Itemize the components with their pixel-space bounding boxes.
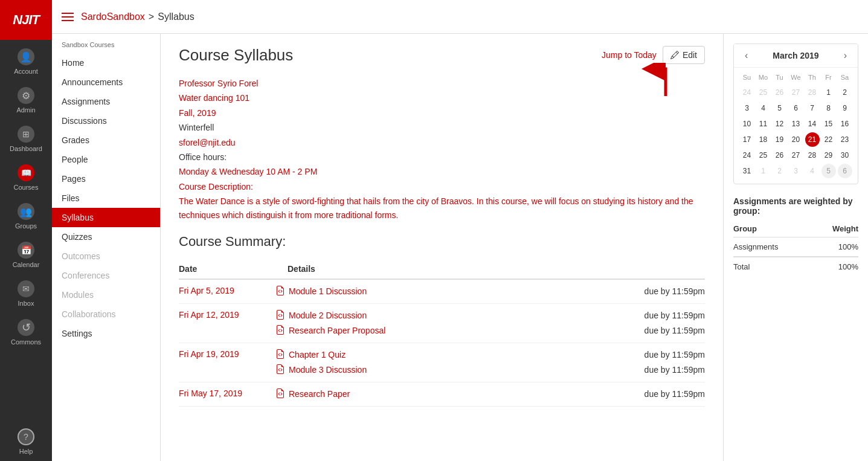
office-label: Office hours: <box>179 152 227 162</box>
course-nav-discussions[interactable]: Discussions <box>52 111 160 131</box>
course-nav-people[interactable]: People <box>52 150 160 169</box>
detail-title-link[interactable]: Chapter 1 Quiz <box>289 350 346 359</box>
cal-header: ‹ March 2019 › <box>734 44 858 68</box>
sidebar-item-commons[interactable]: ↺ Commons <box>0 313 52 352</box>
detail-title-link[interactable]: Module 2 Discussion <box>289 311 367 320</box>
page-header: Course Syllabus Jump to Today Edit <box>179 46 705 65</box>
course-nav-quizzes[interactable]: Quizzes <box>52 227 160 247</box>
course-nav-assignments[interactable]: Assignments <box>52 92 160 111</box>
cal-day[interactable]: 8 <box>821 101 836 115</box>
cal-day[interactable]: 1 <box>756 164 771 178</box>
hamburger-line-1 <box>62 13 74 14</box>
course-nav-grades[interactable]: Grades <box>52 131 160 150</box>
sidebar-item-dashboard[interactable]: ⊞ Dashboard <box>0 120 52 158</box>
cal-day[interactable]: 23 <box>838 132 852 147</box>
weight-value: 100% <box>812 237 858 257</box>
cal-day[interactable]: 6 <box>789 101 803 115</box>
cal-day[interactable]: 15 <box>821 117 836 131</box>
cal-day[interactable]: 26 <box>773 148 787 163</box>
cal-day[interactable]: 24 <box>740 85 754 100</box>
edit-button[interactable]: Edit <box>663 46 705 64</box>
jump-to-today-link[interactable]: Jump to Today <box>602 50 657 60</box>
cal-prev-button[interactable]: ‹ <box>741 49 751 62</box>
cal-day[interactable]: 3 <box>789 164 803 178</box>
cal-day[interactable]: 13 <box>789 117 803 131</box>
cal-day[interactable]: 21 <box>805 132 820 147</box>
sidebar-item-groups[interactable]: 👥 Groups <box>0 197 52 236</box>
course-nav-files[interactable]: Files <box>52 189 160 208</box>
breadcrumb-parent[interactable]: SardoSandbox <box>81 11 145 22</box>
course-nav-modules: Modules <box>52 285 160 305</box>
cal-day[interactable]: 9 <box>838 101 852 115</box>
cal-day[interactable]: 19 <box>773 132 787 147</box>
cal-day[interactable]: 25 <box>756 148 771 163</box>
cal-next-button[interactable]: › <box>840 49 850 62</box>
sidebar-item-account[interactable]: 👤 Account <box>0 42 52 81</box>
term-link[interactable]: Fall, 2019 <box>179 108 216 118</box>
cal-day[interactable]: 3 <box>740 101 754 115</box>
sidebar-item-calendar[interactable]: 📅 Calendar <box>0 236 52 274</box>
hamburger-menu[interactable] <box>62 13 74 21</box>
cal-day[interactable]: 11 <box>756 117 771 131</box>
cal-day[interactable]: 5 <box>773 101 787 115</box>
email-link[interactable]: sforel@njit.edu <box>179 138 236 147</box>
table-row: Fri Apr 19, 2019Chapter 1 Quizdue by 11:… <box>179 343 705 382</box>
logo-text: NJIT <box>13 12 39 28</box>
cal-day[interactable]: 26 <box>773 85 787 100</box>
sidebar-item-admin[interactable]: ⚙ Admin <box>0 81 52 120</box>
calendar: ‹ March 2019 › Su Mo Tu We Th Fr Sa <box>733 44 858 184</box>
cal-day[interactable]: 28 <box>805 85 820 100</box>
course-nav-syllabus[interactable]: Syllabus <box>52 208 160 227</box>
detail-title-link[interactable]: Module 1 Discussion <box>289 286 367 296</box>
cal-day[interactable]: 14 <box>805 117 820 131</box>
cal-day[interactable]: 6 <box>838 164 852 178</box>
cal-day[interactable]: 27 <box>789 85 803 100</box>
account-icon: 👤 <box>18 48 34 65</box>
detail-title-link[interactable]: Module 3 Discussion <box>289 365 367 375</box>
cal-day[interactable]: 22 <box>821 132 836 147</box>
course-link[interactable]: Water dancing 101 <box>179 93 249 103</box>
cal-day[interactable]: 7 <box>805 101 820 115</box>
sidebar-item-courses[interactable]: 📖 Courses <box>0 158 52 197</box>
document-icon <box>275 286 285 297</box>
course-nav-settings[interactable]: Settings <box>52 324 160 343</box>
sidebar-item-help[interactable]: ? Help <box>0 422 52 461</box>
sidebar-item-inbox[interactable]: ✉ Inbox <box>0 274 52 313</box>
cal-day[interactable]: 28 <box>805 148 820 163</box>
cal-day[interactable]: 4 <box>805 164 820 178</box>
cal-day[interactable]: 17 <box>740 132 754 147</box>
cal-day[interactable]: 24 <box>740 148 754 163</box>
cal-day[interactable]: 29 <box>821 148 836 163</box>
professor-link[interactable]: Professor Syrio Forel <box>179 79 258 88</box>
cal-day[interactable]: 2 <box>773 164 787 178</box>
cal-day[interactable]: 16 <box>838 117 852 131</box>
account-label: Account <box>14 68 38 75</box>
cal-day[interactable]: 20 <box>789 132 803 147</box>
office-hours[interactable]: Monday & Wednesday 10 AM - 2 PM <box>179 167 317 176</box>
admin-icon: ⚙ <box>18 87 34 104</box>
cal-day[interactable]: 12 <box>773 117 787 131</box>
dashboard-icon: ⊞ <box>18 126 34 143</box>
course-nav-home[interactable]: Home <box>52 53 160 73</box>
course-nav-announcements[interactable]: Announcements <box>52 73 160 92</box>
breadcrumb-separator: > <box>149 11 154 22</box>
dashboard-label: Dashboard <box>10 145 42 152</box>
row-details: Chapter 1 Quizdue by 11:59pmModule 3 Dis… <box>275 343 705 382</box>
detail-row: Module 3 Discussiondue by 11:59pm <box>275 364 705 376</box>
cal-day[interactable]: 18 <box>756 132 771 147</box>
cal-day[interactable]: 30 <box>838 148 852 163</box>
course-nav-pages[interactable]: Pages <box>52 169 160 189</box>
cal-day[interactable]: 25 <box>756 85 771 100</box>
due-text: due by 11:59pm <box>632 326 705 335</box>
cal-day[interactable]: 10 <box>740 117 754 131</box>
cal-day[interactable]: 4 <box>756 101 771 115</box>
cal-day[interactable]: 5 <box>821 164 836 178</box>
weight-total-row: Total 100% <box>733 257 858 276</box>
course-nav-outcomes: Outcomes <box>52 247 160 266</box>
detail-title-link[interactable]: Research Paper Proposal <box>289 326 385 335</box>
cal-day[interactable]: 31 <box>740 164 754 178</box>
cal-day[interactable]: 2 <box>838 85 852 100</box>
cal-day[interactable]: 27 <box>789 148 803 163</box>
detail-title-link[interactable]: Research Paper <box>289 389 350 399</box>
cal-day[interactable]: 1 <box>821 85 836 100</box>
